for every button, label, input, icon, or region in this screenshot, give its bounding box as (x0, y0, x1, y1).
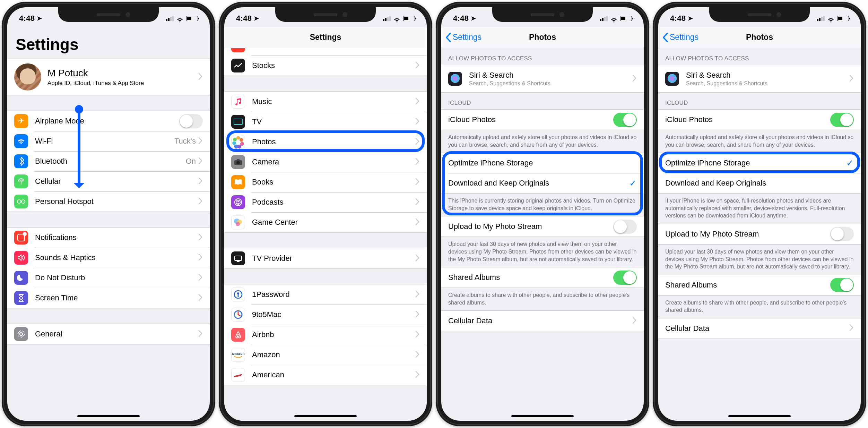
cell-label: 9to5Mac (252, 310, 416, 319)
cell-label: Podcasts (252, 198, 416, 207)
cell-shared-albums[interactable]: Shared Albums (658, 275, 861, 295)
cell-cellular-data[interactable]: Cellular Data (658, 318, 861, 339)
shared-albums-switch[interactable] (830, 278, 854, 292)
photos-icon (231, 135, 245, 149)
cell-sounds[interactable]: Sounds & Haptics (7, 248, 210, 268)
cell-amazon[interactable]: amazon Amazon (224, 345, 427, 365)
cellular-signal-icon (383, 16, 391, 21)
cell-download-originals[interactable]: Download and Keep Originals (658, 173, 861, 193)
cell-music[interactable]: Music (224, 92, 427, 112)
cell-label: Cellular (35, 177, 199, 186)
chevron-right-icon (199, 294, 203, 302)
chevron-right-icon (199, 274, 203, 282)
cell-cellular-data[interactable]: Cellular Data (441, 311, 644, 331)
home-indicator[interactable] (294, 415, 357, 417)
home-indicator[interactable] (77, 415, 140, 417)
chevron-right-icon (199, 330, 203, 338)
cell-label: iCloud Photos (448, 115, 613, 124)
cell-photos[interactable]: Photos (224, 132, 427, 152)
back-button[interactable]: Settings (445, 33, 481, 42)
cell-hotspot[interactable]: Personal Hotspot (7, 191, 210, 212)
siri-sub: Search, Suggestions & Shortcuts (469, 80, 633, 87)
home-indicator[interactable] (511, 415, 574, 417)
cell-download-originals[interactable]: Download and Keep Originals ✓ (441, 173, 644, 193)
cell-siri-search[interactable]: Siri & Search Search, Suggestions & Shor… (658, 65, 861, 92)
icloud-photos-switch[interactable] (830, 113, 854, 127)
phone-2: 4:48➤ Settings N News Stocks Music (219, 2, 432, 426)
cell-1password[interactable]: 1Password (224, 284, 427, 305)
photostream-switch[interactable] (613, 220, 637, 234)
cell-screentime[interactable]: Screen Time (7, 288, 210, 308)
icloud-photos-switch[interactable] (613, 113, 637, 127)
cell-cellular[interactable]: Cellular (7, 171, 210, 191)
cell-upload-photostream[interactable]: Upload to My Photo Stream (441, 216, 644, 237)
1password-icon (231, 288, 245, 301)
airplane-switch[interactable] (179, 114, 203, 128)
cell-podcasts[interactable]: Podcasts (224, 192, 427, 212)
cell-icloud-photos[interactable]: iCloud Photos (658, 110, 861, 130)
cell-camera[interactable]: Camera (224, 152, 427, 172)
cell-label: News (252, 48, 416, 50)
cell-label: Upload to My Photo Stream (448, 222, 613, 231)
airplane-icon: ✈︎ (14, 114, 28, 128)
cell-label: Shared Albums (448, 273, 613, 282)
cell-9to5mac[interactable]: 9to5Mac (224, 305, 427, 325)
cell-label: Sounds & Haptics (35, 253, 199, 262)
cell-tvprovider[interactable]: TV Provider (224, 248, 427, 268)
wifi-icon (827, 16, 835, 21)
cell-gamecenter[interactable]: Game Center (224, 212, 427, 232)
cell-upload-photostream[interactable]: Upload to My Photo Stream (658, 224, 861, 244)
chevron-right-icon (633, 317, 637, 325)
profile-cell[interactable]: M Potuck Apple ID, iCloud, iTunes & App … (7, 59, 210, 95)
cell-label: Upload to My Photo Stream (665, 230, 830, 239)
chevron-right-icon (199, 137, 203, 145)
scroll-down-arrow-annotation (78, 105, 80, 187)
cell-wifi[interactable]: Wi-Fi Tuck's (7, 131, 210, 151)
cellular-signal-icon (817, 16, 825, 21)
photostream-switch[interactable] (830, 227, 854, 241)
cell-books[interactable]: Books (224, 172, 427, 192)
cell-optimize-storage[interactable]: Optimize iPhone Storage ✓ (658, 153, 861, 173)
cell-shared-albums[interactable]: Shared Albums (441, 267, 644, 288)
cell-general[interactable]: General (7, 324, 210, 344)
chevron-right-icon (199, 73, 203, 81)
cell-label: Screen Time (35, 293, 199, 302)
cell-airplane-mode[interactable]: ✈︎ Airplane Mode (7, 111, 210, 131)
chevron-right-icon (850, 75, 854, 83)
airbnb-icon (231, 328, 245, 342)
svg-rect-14 (235, 256, 242, 260)
check-icon: ✓ (846, 158, 854, 169)
cell-stocks[interactable]: Stocks (224, 55, 427, 76)
cell-american[interactable]: American (224, 365, 427, 385)
cell-label: iCloud Photos (665, 115, 830, 124)
status-time: 4:48 (670, 14, 686, 23)
chevron-right-icon (416, 48, 420, 50)
siri-title: Siri & Search (686, 71, 850, 80)
shared-albums-switch[interactable] (613, 271, 637, 285)
notch (58, 7, 159, 22)
location-icon: ➤ (37, 15, 42, 22)
home-indicator[interactable] (728, 415, 791, 417)
status-time: 4:48 (19, 14, 35, 23)
notch (492, 7, 593, 22)
header-icloud: ICLOUD (658, 93, 861, 109)
cell-siri-search[interactable]: Siri & Search Search, Suggestions & Shor… (441, 65, 644, 92)
notch (709, 7, 810, 22)
cell-news[interactable]: N News (224, 48, 427, 55)
camera-icon (231, 155, 245, 169)
cell-label: Cellular Data (448, 316, 633, 325)
cell-notifications[interactable]: Notifications (7, 228, 210, 248)
cell-bluetooth[interactable]: Bluetooth On (7, 151, 210, 171)
cell-airbnb[interactable]: Airbnb (224, 325, 427, 345)
siri-title: Siri & Search (469, 71, 633, 80)
cell-tv[interactable]: TV (224, 112, 427, 132)
cell-dnd[interactable]: Do Not Disturb (7, 268, 210, 288)
chevron-right-icon (416, 351, 420, 359)
back-button[interactable]: Settings (662, 33, 698, 42)
cell-optimize-storage[interactable]: Optimize iPhone Storage (441, 153, 644, 173)
footer-upload: Upload your last 30 days of new photos a… (658, 245, 861, 275)
cell-icloud-photos[interactable]: iCloud Photos (441, 110, 644, 130)
battery-icon (837, 16, 849, 21)
settings-group-network: ✈︎ Airplane Mode Wi-Fi Tuck's Bluetooth … (7, 111, 210, 212)
svg-rect-18 (238, 294, 239, 297)
